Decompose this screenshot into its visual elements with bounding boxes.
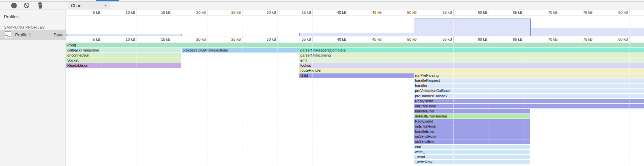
flame-bar-onconnection[interactable]: onconnection (66, 53, 181, 58)
flame-bar-readable-on[interactable]: Readable.on (66, 63, 181, 68)
flame-bar--root-[interactable]: (root) (66, 43, 644, 48)
sampling-profiles-section-label: SAMPLING PROFILES (0, 19, 66, 29)
gridline (242, 16, 242, 36)
ruler-tick-label: 30 kB (242, 9, 276, 15)
gridline (277, 16, 278, 36)
toolbar-divider (34, 3, 34, 8)
flame-bar-onerrorhook[interactable]: onErrorHook (414, 104, 644, 109)
overview-step (66, 34, 182, 36)
ruler-tick-label: 75 kB (559, 9, 593, 15)
flame-chart-pane: 5 kB10 kB15 kB20 kB25 kB30 kB35 kB40 kB4… (66, 9, 644, 166)
flame-bar-prevalidationcallback[interactable]: preValidationCallback (414, 89, 644, 93)
flame-bar-end[interactable]: end (414, 145, 530, 150)
svg-text:%: % (8, 35, 11, 38)
active-tab-indicator (96, 0, 119, 1)
flame-bar-callbacktrampoline[interactable]: callbackTrampoline (66, 48, 181, 53)
overview-ruler: 5 kB10 kB15 kB20 kB25 kB30 kB35 kB40 kB4… (66, 9, 644, 16)
flame-bar-handleerror[interactable]: handleError (414, 109, 530, 114)
profiles-panel-title: Profiles (0, 9, 66, 19)
ruler-tick-label: 80 kB (594, 36, 628, 42)
save-profile-link[interactable]: Save (53, 32, 64, 37)
gridline (277, 42, 278, 166)
ruler-tick-label: 30 kB (242, 36, 276, 42)
delete-profile-icon[interactable] (37, 2, 43, 9)
flame-bar-defaulterrorhandler[interactable]: defaultErrorHandler (414, 114, 530, 119)
flame-bar-socket[interactable]: Socket (66, 58, 181, 63)
ruler-tick-label: 5 kB (67, 9, 100, 15)
ruler-tick-label: 15 kB (137, 36, 171, 42)
flame-chart-ruler: 5 kB10 kB15 kB20 kB25 kB30 kB35 kB40 kB4… (66, 36, 644, 42)
ruler-tick-label: 70 kB (524, 36, 558, 42)
overview-step (299, 33, 414, 36)
profiler-toolbar: Chart (0, 2, 644, 9)
overview-step (531, 28, 644, 36)
flame-bar--send[interactable]: _send (414, 155, 530, 160)
ruler-tick-label: 40 kB (313, 36, 346, 42)
ruler-tick-label: 40 kB (313, 9, 346, 15)
sampling-profile-icon: % (4, 31, 12, 38)
ruler-tick-label: 75 kB (559, 36, 593, 42)
memory-overview-timeline[interactable] (66, 16, 644, 36)
flame-bar-processticksandrejections[interactable]: processTicksAndRejections (182, 48, 299, 53)
flame-bar-onsendhook[interactable]: onSendHook (414, 134, 530, 139)
flame-bar-emit[interactable]: emit (299, 58, 644, 63)
ruler-tick-label: 65 kB (489, 36, 522, 42)
ruler-tick-label: 20 kB (172, 9, 206, 15)
sidebar-item-profile-1[interactable]: % Profile 1 Save (0, 30, 66, 40)
flame-bar-onsendend[interactable]: onSendEnd (414, 139, 530, 144)
gridline (207, 42, 207, 166)
ruler-tick-line (629, 36, 630, 42)
flame-bar-reply-send[interactable]: Reply.send (414, 119, 530, 124)
flame-bar-routehandler[interactable]: routeHandler (299, 68, 644, 73)
view-mode-select-value: Chart (68, 3, 104, 8)
flame-bar-reply-send[interactable]: Reply.send (414, 99, 644, 104)
flame-bar-onerrorhook[interactable]: onErrorHook (414, 124, 530, 129)
record-heap-profile-button[interactable] (11, 3, 17, 8)
flame-bar-write-[interactable]: write_ (414, 150, 530, 155)
flame-bar-runpreparsing[interactable]: runPreParsing (414, 73, 644, 78)
ruler-tick-label: 60 kB (454, 9, 487, 15)
flame-bar-parseronheaderscomplete[interactable]: parserOnHeadersComplete (299, 48, 644, 53)
gridline (102, 16, 102, 36)
flame-bar-parseronincoming[interactable]: parserOnIncoming (299, 53, 644, 58)
ruler-tick-label: 20 kB (172, 36, 206, 42)
ruler-tick-label: 10 kB (102, 36, 135, 42)
ruler-tick-label: 55 kB (418, 36, 452, 42)
flame-bar--writeraw[interactable]: _writeRaw (414, 160, 530, 165)
ruler-tick-label: 5 kB (67, 36, 100, 42)
flame-bar-prehandlercallback[interactable]: preHandlerCallback (414, 94, 644, 99)
ruler-tick-label: 25 kB (207, 9, 241, 15)
ruler-tick-label: 10 kB (102, 9, 135, 15)
flame-chart-canvas[interactable]: (root)callbackTrampolineprocessTicksAndR… (66, 42, 644, 166)
ruler-tick-label: 70 kB (524, 9, 558, 15)
flame-bar-lookup[interactable]: lookup (299, 63, 644, 68)
profiler-window: Chart Profiles SAMPLING PROFILES % Profi… (0, 0, 644, 166)
chevron-down-icon (104, 5, 107, 6)
ruler-tick-label: 55 kB (418, 9, 452, 15)
ruler-tick-label: 35 kB (277, 9, 311, 15)
gridline (172, 16, 172, 36)
flame-bar-child[interactable]: child (299, 73, 414, 78)
ruler-tick-label: 65 kB (489, 9, 522, 15)
profile-name: Profile 1 (15, 32, 53, 37)
flame-bar-handlerequest[interactable]: handleRequest (414, 78, 644, 83)
ruler-tick-label: 15 kB (137, 9, 171, 15)
flame-bar-handler[interactable]: handler (414, 84, 644, 88)
ruler-tick-label: 50 kB (383, 36, 417, 42)
ruler-tick-label: 45 kB (348, 36, 382, 42)
flame-bar-handleerror[interactable]: handleError (414, 129, 530, 134)
gridline (137, 16, 137, 36)
ruler-tick-label: 80 kB (594, 9, 628, 15)
ruler-tick-label: 50 kB (383, 9, 417, 15)
ruler-tick-label: 45 kB (348, 9, 382, 15)
gridline (207, 16, 207, 36)
gridline (242, 42, 242, 166)
overview-step (414, 19, 531, 36)
view-mode-select[interactable]: Chart (68, 2, 110, 9)
profiles-sidebar: Profiles SAMPLING PROFILES % Profile 1 S… (0, 9, 66, 166)
ruler-tick-label: 35 kB (277, 36, 311, 42)
clear-profiles-icon[interactable] (23, 2, 30, 9)
ruler-tick-label: 60 kB (454, 36, 487, 42)
ruler-tick-label: 25 kB (207, 36, 241, 42)
ruler-tick-line (629, 9, 630, 15)
